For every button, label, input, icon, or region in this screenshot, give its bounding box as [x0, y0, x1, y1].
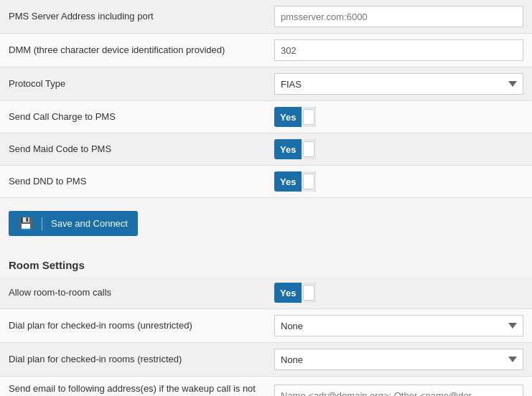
save-button-row: 💾 Save and Connect — [0, 198, 532, 249]
save-connect-button[interactable]: 💾 Save and Connect — [9, 211, 138, 236]
send-dnd-toggle-label: Yes — [274, 176, 302, 187]
main-container: PMS Server Address including port DMM (t… — [0, 0, 532, 396]
allow-room-calls-toggle-switch — [302, 283, 316, 303]
send-call-charge-label: Send Call Charge to PMS — [0, 105, 266, 129]
send-maid-code-toggle-label: Yes — [274, 144, 302, 155]
send-call-charge-toggle-switch — [302, 107, 316, 127]
room-settings-header: Room Settings — [0, 249, 532, 277]
protocol-type-select[interactable]: FIAS — [274, 73, 523, 95]
dmm-label: DMM (three character device identificati… — [0, 38, 266, 62]
dial-plan-unrestricted-control: None — [266, 309, 532, 342]
send-call-charge-control: Yes — [266, 101, 532, 133]
send-maid-code-toggle-container: Yes — [274, 139, 316, 159]
allow-room-calls-toggle-label: Yes — [274, 288, 302, 298]
allow-room-calls-control: Yes — [266, 277, 532, 308]
dial-plan-restricted-label: Dial plan for checked-in rooms (restrict… — [0, 347, 266, 372]
dial-plan-restricted-select[interactable]: None — [274, 349, 523, 370]
pms-server-control — [266, 0, 532, 33]
allow-room-calls-toggle-container: Yes — [274, 283, 316, 303]
room-settings-title: Room Settings — [9, 259, 85, 271]
dmm-control — [266, 34, 532, 67]
send-email-control — [266, 379, 532, 396]
dial-plan-unrestricted-label: Dial plan for checked-in rooms (unrestri… — [0, 314, 266, 338]
pms-server-row: PMS Server Address including port — [0, 0, 532, 34]
allow-room-calls-row: Allow room-to-room calls Yes — [0, 277, 532, 309]
send-email-row: Send email to following address(es) if t… — [0, 377, 532, 396]
send-maid-code-control: Yes — [266, 133, 532, 165]
protocol-type-row: Protocol Type FIAS — [0, 67, 532, 101]
dial-plan-unrestricted-select[interactable]: None — [274, 315, 523, 336]
send-dnd-toggle-switch — [302, 171, 316, 192]
pms-server-input[interactable] — [274, 6, 523, 27]
send-dnd-toggle-container: Yes — [274, 171, 316, 192]
allow-room-calls-toggle[interactable]: Yes — [274, 283, 316, 303]
send-call-charge-toggle-label: Yes — [274, 112, 302, 123]
button-divider — [42, 217, 42, 230]
send-maid-code-row: Send Maid Code to PMS Yes — [0, 133, 532, 166]
send-dnd-row: Send DND to PMS Yes — [0, 166, 532, 198]
send-maid-code-toggle[interactable]: Yes — [274, 139, 316, 159]
send-call-charge-toggle-container: Yes — [274, 107, 316, 127]
send-maid-code-label: Send Maid Code to PMS — [0, 137, 266, 161]
dial-plan-restricted-row: Dial plan for checked-in rooms (restrict… — [0, 343, 532, 377]
send-email-input[interactable] — [274, 385, 523, 396]
send-call-charge-toggle[interactable]: Yes — [274, 107, 316, 127]
send-email-label: Send email to following address(es) if t… — [0, 377, 266, 396]
pms-server-label: PMS Server Address including port — [0, 4, 266, 29]
send-dnd-toggle[interactable]: Yes — [274, 171, 316, 192]
dial-plan-restricted-control: None — [266, 343, 532, 376]
save-button-label: Save and Connect — [51, 218, 128, 229]
dmm-input[interactable] — [274, 39, 523, 61]
send-dnd-label: Send DND to PMS — [0, 169, 266, 194]
send-maid-code-toggle-switch — [302, 139, 316, 159]
send-dnd-control: Yes — [266, 166, 532, 197]
dial-plan-unrestricted-row: Dial plan for checked-in rooms (unrestri… — [0, 309, 532, 343]
protocol-type-label: Protocol Type — [0, 72, 266, 96]
send-call-charge-row: Send Call Charge to PMS Yes — [0, 101, 532, 133]
allow-room-calls-label: Allow room-to-room calls — [0, 280, 266, 305]
protocol-type-control: FIAS — [266, 67, 532, 100]
dmm-row: DMM (three character device identificati… — [0, 34, 532, 67]
save-icon: 💾 — [19, 217, 33, 230]
